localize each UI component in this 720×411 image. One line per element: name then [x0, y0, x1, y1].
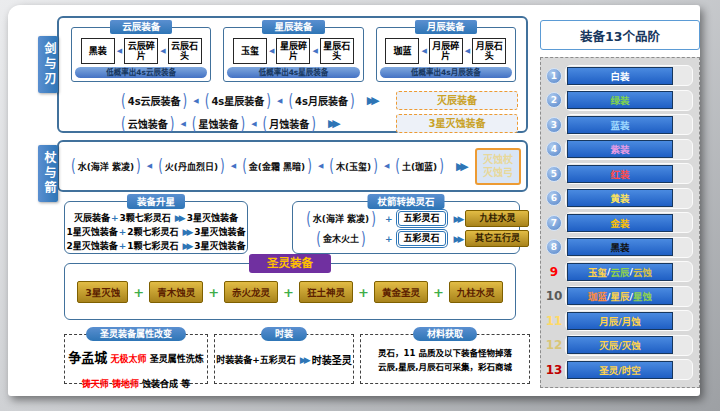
text-segment: 蚀装合成 等 [142, 379, 190, 389]
upgrade-row: 2星灭蚀装备 + 1颗七彩灵石 ▶▶ 3星灭蚀装备 [66, 239, 245, 252]
pill-item: (4s月辰装备) [286, 93, 356, 108]
tier-number: 3 [545, 117, 563, 133]
pill-label: 土(珈蓝) [402, 160, 437, 173]
group-title: 星辰装备 [262, 20, 324, 34]
tier-row: 1 白装 [545, 65, 693, 86]
double-arrow-icon: ▶▶ [367, 94, 376, 107]
tier-name-segment: 灭辰/灭蚀 [599, 338, 640, 352]
tier-name-segment: 玉玺 [588, 265, 607, 279]
tier-row: 4 紫装 [545, 139, 693, 160]
paren-left: ( [121, 113, 126, 134]
paren-right: ) [361, 228, 366, 249]
tier-name-segment: 黑装 [610, 240, 629, 254]
pill-label: 月蚀装备 [269, 116, 309, 131]
plus-icon: + [283, 285, 294, 300]
tier-name-segment: 云辰 [610, 265, 629, 279]
paren-right: ) [183, 90, 188, 111]
double-arrow-icon: ▶▶ [454, 234, 462, 244]
upgrade-stone: 2颗七彩灵石 [127, 225, 178, 238]
left-arrow-icon: ◀ [231, 162, 236, 170]
plus-icon: + [119, 241, 127, 251]
tier-number: 12 [545, 338, 563, 352]
holy-item-box: 黄金圣灵 [374, 281, 428, 303]
upgrade-box: 装备升星 灭辰装备 + 3颗七彩灵石 ▶▶ 3星灭蚀装备 1星灭蚀装备 + 2颗… [64, 201, 248, 254]
tier-number: 1 [545, 68, 563, 84]
holy-item-box: 赤火龙灵 [224, 281, 278, 303]
paren-left: ( [192, 113, 197, 134]
tier-pill: 黑装 [565, 237, 693, 258]
tier-number: 11 [545, 314, 563, 328]
tier-name-box: 红装 [567, 165, 673, 183]
upgrade-rows: 灭辰装备 + 3颗七彩灵石 ▶▶ 3星灭蚀装备 1星灭蚀装备 + 2颗七彩灵石 … [65, 202, 247, 252]
staff-section-label: 杖与箭 [38, 145, 58, 202]
pill-label: 云蚀装备 [128, 116, 168, 131]
tier-number: 2 [545, 92, 563, 108]
staff-row: (水(海洋 紫凌))◀(火(丹血烈日))◀(金(金霜 黑暗))◀(木(玉玺))◀… [59, 142, 526, 190]
tier-pill: 月辰/月蚀 [565, 310, 693, 331]
paren-right: ) [170, 113, 175, 134]
holy-item-box: 青木蚀灵 [149, 281, 203, 303]
convert-input-pill: (水(海洋 紫凌)) [298, 212, 384, 226]
plus-icon: + [119, 227, 127, 237]
tier-row: 5 红装 [545, 163, 693, 184]
stone-box: 五彩灵石 [398, 211, 446, 226]
probability-banner: 低概率出4s云辰装备 [75, 67, 207, 78]
staff-result-line: 灭蚀弓 [477, 166, 519, 180]
item-box: 玉玺 [233, 38, 267, 64]
equipment-groups: 云辰装备 黑装◀云辰碎片◀云辰石头 低概率出4s云辰装备 星辰装备 玉玺◀星辰碎… [71, 27, 516, 82]
tier-number: 10 [545, 289, 563, 303]
tier-name-box: 灭辰/灭蚀 [567, 336, 673, 354]
material-title: 材料获取 [413, 327, 477, 341]
convert-row: (金木火土) + 五彩灵石 ▶▶ 其它五行灵 [293, 230, 519, 247]
group-title: 云辰装备 [110, 20, 172, 34]
double-arrow-icon: ▶▶ [182, 241, 190, 251]
fashion-title: 时装 [261, 327, 307, 341]
tier-pill: 紫装 [565, 139, 693, 160]
convert-input-pill: (金木火土) [298, 232, 384, 246]
fashion-result: 时装圣灵 [312, 352, 352, 367]
tier-name-box: 白装 [567, 67, 673, 85]
holy-items: 3星灭蚀+青木蚀灵+赤火龙灵+狂土神灵+黄金圣灵+九柱水灵 [65, 281, 515, 303]
pill-item: (水(海洋 紫凌)) [69, 159, 143, 173]
plus-icon: + [111, 213, 119, 223]
paren-left: ( [263, 113, 268, 134]
paren-left: ( [395, 156, 400, 177]
tier-pill: 蓝装 [565, 114, 693, 135]
paren-right: ) [350, 90, 355, 111]
item-box: 星辰碎片 [276, 38, 310, 64]
tier-row: 9 玉玺/云辰/云蚀 [545, 261, 693, 282]
pill-label: 火(丹血烈日) [165, 160, 218, 173]
sword-section-label: 剑与刃 [38, 36, 58, 93]
staff-result-box: 灭蚀杖 灭蚀弓 [475, 148, 521, 185]
upgrade-row: 1星灭蚀装备 + 2颗七彩灵石 ▶▶ 3星灭蚀装备 [66, 225, 245, 238]
tier-row: 3 蓝装 [545, 114, 693, 135]
tier-name-box: 绿装 [567, 91, 673, 109]
plus-icon: + [433, 285, 444, 300]
staff-result-line: 灭蚀杖 [477, 153, 519, 167]
convert-row: (水(海洋 紫凌)) + 五彩灵石 ▶▶ 九柱水灵 [293, 210, 519, 227]
tier-name-box: 珈蓝/星辰/星蚀 [567, 287, 673, 305]
tier-number: 6 [545, 190, 563, 206]
attribute-change-box: 圣灵装备属性改变 争孟城 无极太师 圣灵属性洗炼铸天师 铸地师 蚀装合成 等 [64, 334, 208, 384]
paren-left: ( [121, 90, 126, 111]
tier-name-box: 蓝装 [567, 116, 673, 134]
paren-right: ) [136, 156, 141, 177]
pill-item: (土(珈蓝)) [393, 159, 446, 173]
item-box: 星辰石头 [320, 38, 354, 64]
upgrade-base: 1星灭蚀装备 [66, 225, 117, 238]
tier-number: 5 [545, 166, 563, 182]
tier-number: 13 [545, 363, 563, 377]
pill-label: 水(海洋 紫凌) [78, 160, 134, 173]
tier-name-segment: 星蚀 [633, 289, 652, 303]
paren-right: ) [439, 156, 444, 177]
pill-item: (火(丹血烈日)) [156, 159, 227, 173]
tier-row: 13 圣灵/时空 [545, 359, 693, 380]
tier-pill: 红装 [565, 163, 693, 184]
tier-name-segment: 蓝装 [610, 118, 629, 132]
paren-left: ( [288, 90, 293, 111]
tier-pill: 黄装 [565, 188, 693, 209]
tier-number-circle: 5 [546, 166, 562, 182]
holy-item-box: 九柱水灵 [449, 281, 503, 303]
item-box: 珈蓝 [385, 38, 419, 64]
text-segment: 圣灵属性洗炼 [150, 354, 204, 364]
